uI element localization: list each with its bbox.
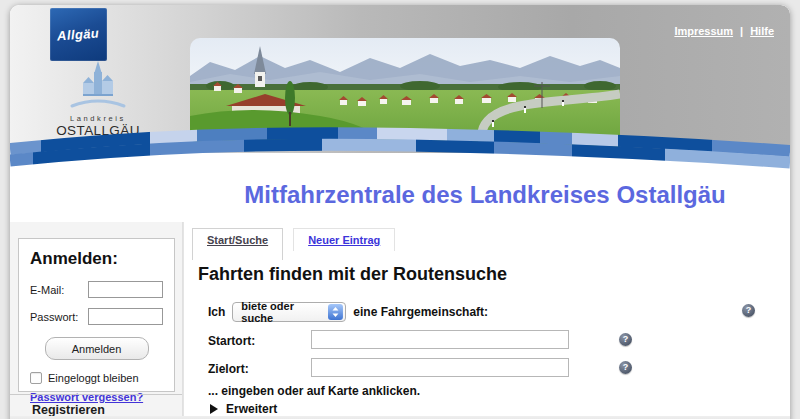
select-stepper-icon <box>328 304 343 320</box>
header-nav: Impressum|Hilfe <box>674 25 774 37</box>
email-label: E-Mail: <box>30 284 88 296</box>
landkreis-ostallgaeu-logo[interactable]: Landkreis OSTALLGÄU <box>48 61 148 138</box>
mode-select[interactable]: biete oder suche <box>232 302 346 322</box>
help-icon-zielort[interactable]: ? <box>619 361 632 374</box>
login-box: Anmelden: E-Mail: Passwort: Anmelden Ein… <box>18 238 175 392</box>
allgaeu-logo-text: Allgäu <box>57 26 100 44</box>
header-band: Allgäu Landkreis OSTALLGÄU Impressum|Hil… <box>10 5 790 153</box>
section-heading: Fahrten finden mit der Routensuche <box>198 264 507 285</box>
login-heading: Anmelden: <box>30 249 163 269</box>
startort-label: Startort: <box>208 334 255 348</box>
sidebar: Anmelden: E-Mail: Passwort: Anmelden Ein… <box>10 222 183 419</box>
ich-label: Ich <box>208 305 225 319</box>
expander-arrow-icon <box>210 404 218 414</box>
register-section-heading: Registrieren <box>10 394 182 417</box>
stay-logged-in-checkbox[interactable] <box>30 372 42 384</box>
email-field[interactable] <box>88 281 163 298</box>
fahrgemeinschaft-label: eine Fahrgemeinschaft: <box>353 305 488 319</box>
allgaeu-logo[interactable]: Allgäu <box>50 8 107 61</box>
help-icon-startort[interactable]: ? <box>619 333 632 346</box>
landkreis-logo-line1: Landkreis <box>48 114 148 123</box>
castle-icon <box>68 61 128 109</box>
tab-neuer-eintrag[interactable]: Neuer Eintrag <box>293 228 395 251</box>
startort-input[interactable] <box>311 330 569 349</box>
zielort-label: Zielort: <box>208 362 249 376</box>
main-content: Start/Suche Neuer Eintrag Fahrten finden… <box>183 222 790 419</box>
nav-separator: | <box>740 25 743 37</box>
login-button[interactable]: Anmelden <box>45 337 149 360</box>
page-title: Mitfahrzentrale des Landkreises Ostallgä… <box>190 181 780 209</box>
stay-logged-in-label: Eingeloggt bleiben <box>48 372 139 384</box>
mode-select-value: biete oder suche <box>241 300 328 324</box>
erweitert-expander[interactable]: Erweitert <box>210 402 277 416</box>
impressum-link[interactable]: Impressum <box>674 25 733 37</box>
zielort-input[interactable] <box>311 358 569 377</box>
mode-row: Ich biete oder suche eine Fahrgemeinscha… <box>208 302 488 322</box>
map-hint-text: ... eingeben oder auf Karte anklicken. <box>208 384 420 398</box>
tab-bar: Start/Suche Neuer Eintrag <box>192 228 395 260</box>
landscape-illustration <box>190 38 620 148</box>
password-field[interactable] <box>88 308 163 325</box>
page-card: Allgäu Landkreis OSTALLGÄU Impressum|Hil… <box>10 5 790 419</box>
hilfe-link[interactable]: Hilfe <box>750 25 774 37</box>
expander-label: Erweitert <box>226 402 277 416</box>
password-label: Passwort: <box>30 311 88 323</box>
landkreis-logo-line2: OSTALLGÄU <box>48 123 148 138</box>
tab-start-suche[interactable]: Start/Suche <box>192 228 283 260</box>
header-landscape-photo <box>190 38 620 148</box>
help-icon-mode[interactable]: ? <box>742 304 755 317</box>
